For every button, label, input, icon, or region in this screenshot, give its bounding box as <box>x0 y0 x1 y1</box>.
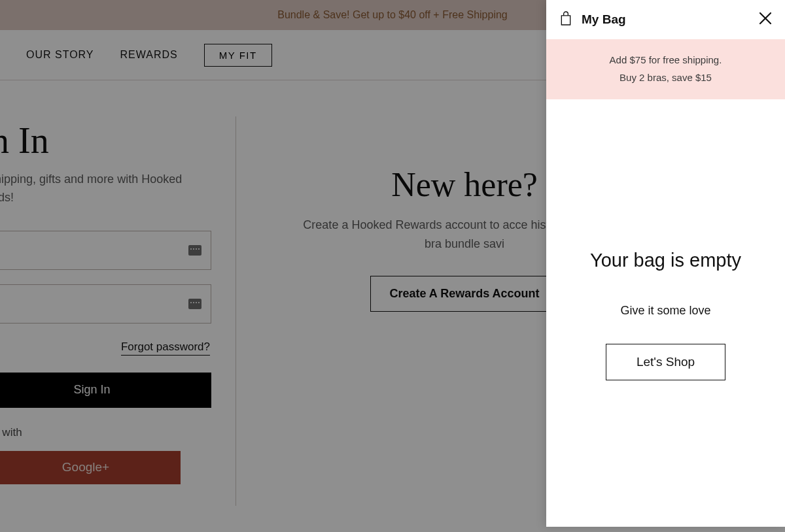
cart-drawer-header: My Bag <box>546 0 785 39</box>
empty-bag-title: Your bag is empty <box>590 250 741 271</box>
cart-promo-line1: Add $75 for free shipping. <box>557 51 775 69</box>
cart-drawer-body: Your bag is empty Give it some love Let'… <box>546 99 785 527</box>
bag-icon <box>559 10 572 29</box>
close-icon[interactable] <box>759 12 772 27</box>
lets-shop-button[interactable]: Let's Shop <box>606 344 725 380</box>
lets-shop-label: Let's Shop <box>637 355 695 369</box>
empty-bag-subtitle: Give it some love <box>620 304 710 318</box>
cart-drawer: My Bag Add $75 for free shipping. Buy 2 … <box>546 0 785 527</box>
cart-promo-banner: Add $75 for free shipping. Buy 2 bras, s… <box>546 39 785 99</box>
cart-drawer-title: My Bag <box>582 12 626 27</box>
cart-promo-line2: Buy 2 bras, save $15 <box>557 69 775 86</box>
